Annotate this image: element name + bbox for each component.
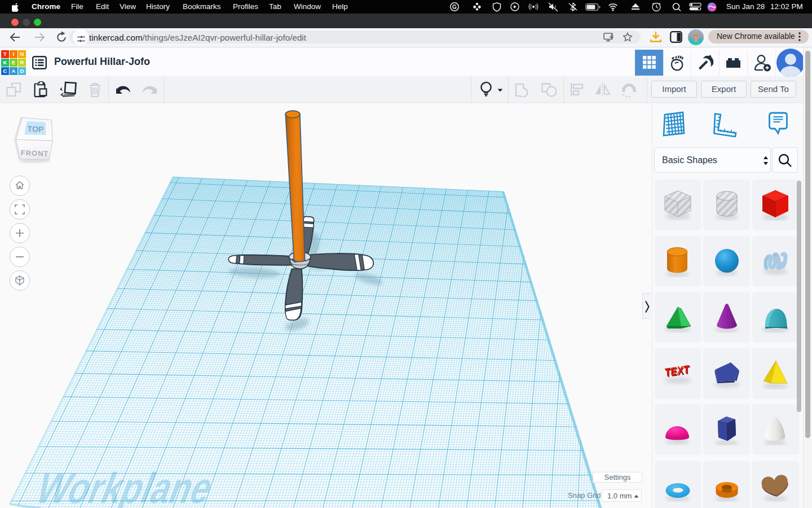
svg-text:G: G [452,4,457,10]
svg-text:FRONT: FRONT [20,148,48,157]
svg-text:TOP: TOP [27,124,43,134]
